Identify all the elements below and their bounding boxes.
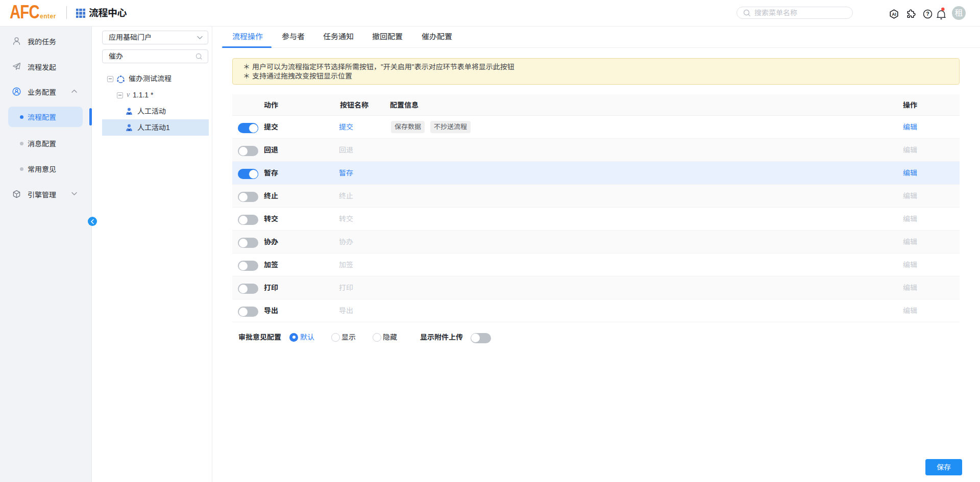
svg-text:?: ?	[926, 11, 929, 17]
svg-text:AI: AI	[892, 12, 896, 17]
